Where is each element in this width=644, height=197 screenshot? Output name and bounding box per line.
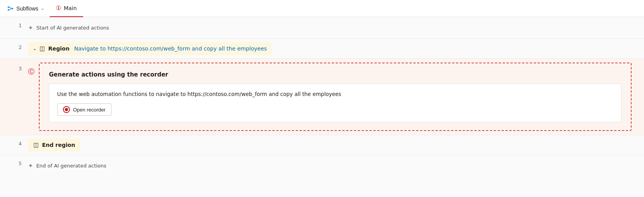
instruction-text: Use the web automation functions to navi… <box>57 90 613 98</box>
end-region-block[interactable]: ◫ End region <box>28 138 80 152</box>
svg-point-2 <box>12 8 14 9</box>
svg-point-1 <box>8 9 9 10</box>
main-tab-label: Main <box>64 5 77 11</box>
sparkle-icon-1: ✦ <box>28 24 33 31</box>
sparkle-icon-2: ✦ <box>28 162 33 169</box>
recorder-icon-inner <box>65 108 68 111</box>
svg-line-3 <box>9 7 12 9</box>
instruction-box: Use the web automation functions to navi… <box>49 84 621 122</box>
chevron-down-icon-region: ⌄ <box>33 46 37 51</box>
row-1: 1 ✦ Start of AI generated actions <box>0 17 644 38</box>
row-2: 2 ⌄ ◫ Region Navigate to https://contoso… <box>0 38 644 58</box>
warning-circle-icon: Ⓒ <box>28 67 35 76</box>
chevron-down-icon: ⌄ <box>41 6 44 11</box>
end-region-label: End region <box>42 142 75 148</box>
row-3: 3 Ⓒ Generate actions using the recorder … <box>0 58 644 135</box>
recorder-icon <box>63 106 70 113</box>
row-5-content: ✦ End of AI generated actions <box>28 155 644 176</box>
end-region-icon: ◫ <box>33 141 39 148</box>
ai-end-action: ✦ End of AI generated actions <box>28 158 638 173</box>
ai-start-text: Start of AI generated actions <box>36 25 109 31</box>
subflows-button[interactable]: Subflows ⌄ <box>3 3 48 14</box>
ai-start-action: ✦ Start of AI generated actions <box>28 20 638 35</box>
line-number-2: 2 <box>0 39 28 50</box>
line-number-5: 5 <box>0 155 28 166</box>
row-2-content: ⌄ ◫ Region Navigate to https://contoso.c… <box>28 39 644 58</box>
row-4: 4 ◫ End region <box>0 135 644 155</box>
row-5: 5 ✦ End of AI generated actions <box>0 155 644 176</box>
dashed-box-title: Generate actions using the recorder <box>49 71 621 78</box>
ai-end-text: End of AI generated actions <box>36 163 106 169</box>
line-number-1: 1 <box>0 17 28 28</box>
dashed-box: Generate actions using the recorder Use … <box>39 63 632 131</box>
open-recorder-label: Open recorder <box>73 107 106 113</box>
row-3-warning: Ⓒ <box>28 59 36 135</box>
region-block-icon: ◫ <box>40 45 45 52</box>
row-3-content: Generate actions using the recorder Use … <box>36 59 644 135</box>
line-number-4: 4 <box>0 135 28 146</box>
row-1-content: ✦ Start of AI generated actions <box>28 17 644 38</box>
region-header[interactable]: ⌄ ◫ Region Navigate to https://contoso.c… <box>28 42 272 55</box>
open-recorder-button[interactable]: Open recorder <box>57 103 111 116</box>
row-4-content: ◫ End region <box>28 135 644 155</box>
content-area: 1 ✦ Start of AI generated actions 2 ⌄ ◫ … <box>0 17 644 197</box>
svg-line-4 <box>9 9 12 10</box>
line-number-3: 3 <box>0 59 28 135</box>
region-description: Navigate to https://contoso.com/web_form… <box>74 45 267 52</box>
region-label: Region <box>48 45 70 52</box>
main-tab[interactable]: ① Main <box>50 0 83 17</box>
top-bar: Subflows ⌄ ① Main <box>0 0 644 17</box>
subflows-label: Subflows <box>16 5 38 12</box>
subflows-icon <box>7 5 14 12</box>
svg-point-0 <box>8 6 9 8</box>
main-tab-warning-icon: ① <box>56 4 61 12</box>
